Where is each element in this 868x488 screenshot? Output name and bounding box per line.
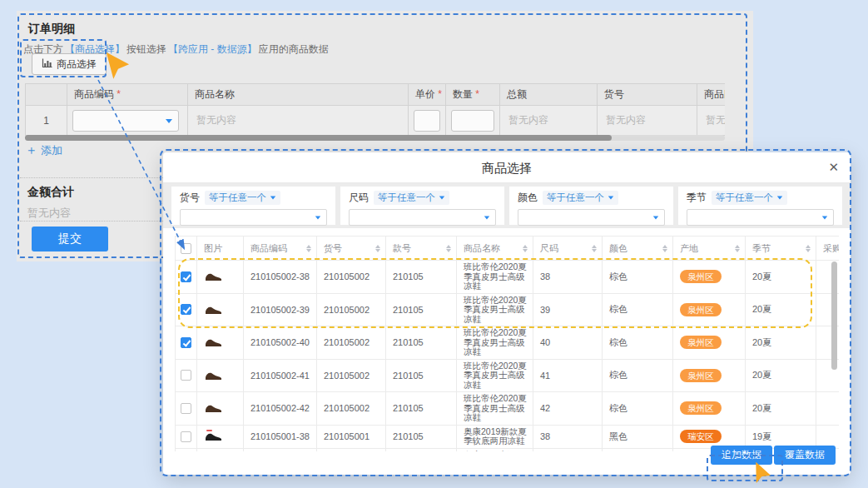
row-index: 1: [26, 106, 67, 136]
chevron-down-icon: [270, 197, 275, 200]
row-checkbox[interactable]: [181, 370, 191, 381]
product-select-button[interactable]: 商品选择: [32, 53, 107, 75]
cell-size: 39: [533, 293, 603, 326]
order-column-header: 货号: [598, 84, 697, 106]
horizontal-scrollbar[interactable]: [25, 135, 725, 141]
sort-caret-icon[interactable]: [735, 245, 740, 252]
modal-column-header[interactable]: 产地: [673, 237, 746, 261]
filter-field-label: 季节: [687, 191, 707, 205]
filter-bar: 货号 等于任意一个 尺码 等于任意一个 颜色 等于任意一个: [163, 183, 851, 228]
modal-column-header[interactable]: 季节: [746, 237, 816, 261]
order-detail-table: 商品编码 *商品名称单价 *数量 *总额货号商品图片 1 暂无内容 暂无内容 暂…: [25, 83, 725, 137]
order-column-header: 数量 *: [446, 84, 500, 106]
filter-group: 季节 等于任意一个: [678, 187, 842, 225]
add-row-button[interactable]: ＋ 添加: [25, 142, 62, 158]
chevron-down-icon: [166, 119, 172, 123]
cell-name: 奥康2019新款夏季软底两用凉鞋: [457, 425, 533, 448]
filter-operator-dropdown[interactable]: 等于任意一个: [374, 191, 449, 205]
table-row: 210105002-39 210105002 210105 班比帝伦2020夏季…: [176, 293, 840, 326]
row-checkbox[interactable]: [181, 337, 191, 348]
sort-caret-icon[interactable]: [662, 245, 667, 252]
cell-name: 奥康2019新款夏季软底两用凉鞋: [457, 448, 533, 451]
modal-column-header[interactable]: 尺码: [533, 237, 603, 261]
quantity-input[interactable]: [451, 110, 494, 132]
filter-value-select[interactable]: [687, 209, 834, 226]
row-checkbox[interactable]: [181, 431, 191, 442]
cell-size: 38: [533, 425, 603, 448]
vertical-scrollbar-thumb[interactable]: [831, 261, 837, 370]
cell-code: 210105002-38: [244, 261, 317, 294]
row-checkbox[interactable]: [181, 304, 191, 315]
select-all-checkbox[interactable]: [181, 243, 191, 254]
product-select-modal: 商品选择 ✕ 货号 等于任意一个 尺码 等于任意一个 颜色: [163, 152, 851, 475]
cell-code: 210105001-39: [244, 448, 317, 451]
cell-size: 39: [533, 448, 603, 451]
chevron-down-icon: [822, 217, 827, 220]
table-row: 210105002-40 210105002 210105 班比帝伦2020夏季…: [176, 326, 840, 360]
plus-icon: ＋: [25, 142, 37, 158]
sort-caret-icon[interactable]: [446, 245, 451, 252]
cell-name: 班比帝伦2020夏季真皮男士高级凉鞋: [457, 392, 533, 426]
order-column-header: 总额: [500, 84, 598, 106]
row-checkbox[interactable]: [181, 271, 191, 282]
filter-value-select[interactable]: [180, 209, 327, 226]
submit-button[interactable]: 提交: [32, 227, 108, 251]
unit-price-input[interactable]: [414, 110, 440, 132]
filter-value-select[interactable]: [518, 209, 665, 226]
chevron-down-icon: [439, 197, 444, 200]
cell-season: 20夏: [746, 326, 816, 360]
modal-column-header[interactable]: 款号: [386, 237, 457, 261]
product-tag: [206, 401, 212, 403]
table-row: 210105002-38 210105002 210105 班比帝伦2020夏季…: [176, 261, 840, 294]
sort-caret-icon[interactable]: [306, 245, 311, 252]
sort-caret-icon[interactable]: [806, 245, 811, 252]
total-amount-value: 暂无内容: [27, 206, 71, 221]
cell-size: 40: [533, 326, 603, 360]
origin-badge: 泉州区: [680, 336, 722, 349]
append-data-button[interactable]: 追加数据: [711, 446, 772, 465]
chevron-down-icon: [777, 197, 782, 200]
cell-name: 班比帝伦2020夏季真皮男士高级凉鞋: [457, 293, 533, 326]
filter-field-label: 货号: [180, 191, 200, 205]
product-image: [204, 339, 222, 349]
close-icon[interactable]: ✕: [828, 159, 839, 176]
horizontal-scrollbar-thumb[interactable]: [25, 135, 612, 141]
origin-badge: 瑞安区: [680, 430, 722, 443]
filter-operator-dropdown[interactable]: 等于任意一个: [712, 191, 787, 205]
sort-caret-icon[interactable]: [523, 245, 528, 252]
order-column-header: 商品编码 *: [67, 84, 188, 106]
filter-operator-dropdown[interactable]: 等于任意一个: [205, 191, 280, 205]
overwrite-data-button[interactable]: 覆盖数据: [774, 446, 836, 465]
chevron-down-icon: [484, 217, 489, 220]
modal-column-header[interactable]: 货号: [317, 237, 386, 261]
cell-color: 棕色: [603, 392, 673, 426]
product-table: 图片商品编码货号款号商品名称尺码颜色产地季节采购价 210105002-38 2…: [175, 236, 839, 451]
cell-size: 38: [533, 261, 603, 294]
cell-code: 210105002-39: [244, 293, 317, 326]
cell-name: 班比帝伦2020夏季真皮男士高级凉鞋: [457, 261, 533, 294]
filter-value-select[interactable]: [349, 209, 496, 226]
row-checkbox[interactable]: [181, 403, 191, 414]
origin-badge: 泉州区: [680, 303, 722, 316]
item-no-placeholder: 暂无内容: [603, 114, 646, 126]
cell-purchase-price: [816, 392, 840, 426]
product-image-placeholder: 暂无内容: [702, 114, 725, 126]
modal-column-header[interactable]: 商品名称: [457, 237, 533, 261]
modal-column-header[interactable]: 采购价: [816, 237, 840, 261]
filter-field-label: 颜色: [518, 191, 538, 205]
cell-season: 20夏: [746, 293, 816, 326]
filter-group: 尺码 等于任意一个: [340, 187, 504, 225]
filter-operator-dropdown[interactable]: 等于任意一个: [543, 191, 618, 205]
cell-size: 41: [533, 359, 603, 392]
cell-style-no: 210105: [386, 293, 457, 326]
modal-column-header: 图片: [197, 237, 244, 261]
sort-caret-icon[interactable]: [375, 245, 380, 252]
modal-table-header-row: 图片商品编码货号款号商品名称尺码颜色产地季节采购价: [176, 237, 840, 261]
product-code-select[interactable]: [72, 110, 179, 132]
cell-color: 棕色: [603, 293, 673, 326]
modal-column-header[interactable]: 颜色: [603, 237, 673, 261]
modal-title: 商品选择: [163, 152, 851, 183]
modal-column-header[interactable]: 商品编码: [244, 237, 317, 261]
sort-caret-icon[interactable]: [592, 245, 597, 252]
table-row: 210105001-38 210105001 210105 奥康2019新款夏季…: [176, 425, 840, 448]
